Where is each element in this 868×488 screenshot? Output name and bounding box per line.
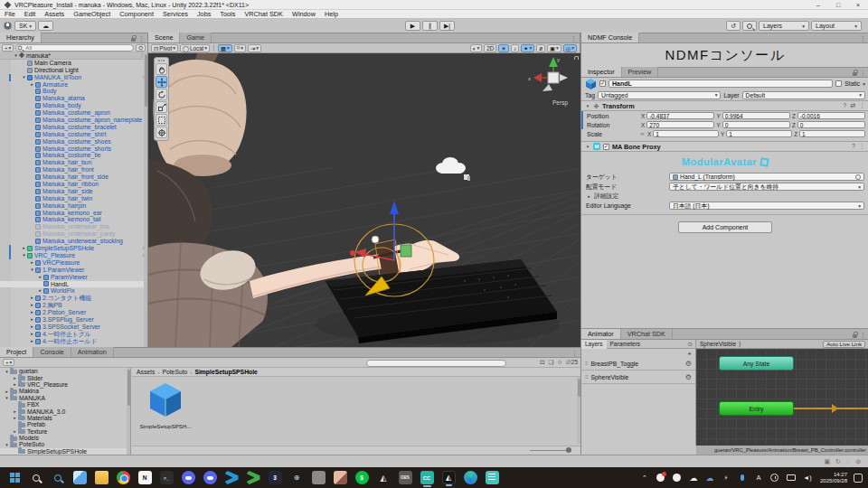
tag-dropdown[interactable]: Untagged▾ [598,91,722,99]
foldout-icon[interactable]: ▸ [21,245,27,252]
active-checkbox[interactable]: ✓ [599,80,606,87]
snap-increment-dropdown[interactable]: ⌗▾ [234,44,246,52]
gameobject-name-input[interactable] [609,80,833,88]
audio-toggle[interactable]: ♪ [511,44,519,52]
tab-ndmf-console[interactable]: NDMF Console [581,33,639,42]
rotation-z-input[interactable] [797,121,865,128]
hierarchy-row[interactable]: ▾1.ParamViewer [0,267,147,274]
monitor-tray[interactable] [785,472,797,483]
hierarchy-row[interactable]: ▸2.Piston_Server [0,309,147,316]
hierarchy-row[interactable]: Manuka_underwear_bra [0,223,147,230]
animator-parameters-tab[interactable]: Parameters [607,340,645,349]
account-avatar-icon[interactable] [4,22,12,30]
discord-tray[interactable] [671,472,683,483]
project-folder-row[interactable]: Models [0,435,130,441]
project-folder-row[interactable]: SimpleSetupSPSHole [0,448,130,455]
hierarchy-row[interactable]: Directional Light [0,67,147,74]
activity-icon[interactable]: ⊘ [855,458,861,465]
project-folder-row[interactable]: ▸Makina [0,388,130,394]
tab-vrchat-sdk[interactable]: VRChat SDK [621,329,673,339]
volume-tray[interactable]: ◄) [801,472,813,483]
tray-expand-chevron[interactable]: ⌃ [638,472,650,483]
discord-tray-badged[interactable] [655,472,666,483]
rotation-y-input[interactable] [722,121,790,128]
hierarchy-row[interactable]: Manuka_underwear_panty [0,230,147,238]
clock-app-tray[interactable] [769,472,780,483]
project-folder-row[interactable]: ▸VRC_Pleasure [0,381,130,388]
notes-app[interactable] [486,471,499,484]
drag-handle-icon[interactable]: ≡ [585,361,589,366]
hierarchy-row[interactable]: Manuka_costume_shoes [0,138,147,145]
menu-component[interactable]: Component [115,10,158,19]
asset-grid[interactable]: SimpleSetupSPSH... [132,377,580,446]
foldout-icon[interactable]: ▸ [12,375,18,380]
entry-node[interactable]: Entry [719,401,794,416]
game-controller-app[interactable]: ⊕ [290,471,304,484]
hierarchy-row[interactable]: ▾VRC_Pleasure› [0,252,147,259]
foldout-icon[interactable]: ▸ [29,331,35,338]
tab-animator[interactable]: Animator [581,329,621,339]
microphone-tray[interactable] [736,472,748,483]
foldout-icon[interactable]: ▾ [585,103,590,108]
auto-live-link-button[interactable]: Auto Live Link [823,341,865,348]
local-global-dropdown[interactable]: ◯Local▾ [180,44,210,52]
foldout-icon[interactable]: ▸ [29,309,35,316]
hierarchy-row[interactable]: ▸VRCPleasure [0,259,147,267]
hierarchy-row[interactable]: ▸WorldFix [0,287,147,295]
hierarchy-row[interactable]: ▾manuka*⋮ [0,52,147,60]
foldout-icon[interactable]: ▸ [12,381,18,387]
create-add-button[interactable]: +▾ [2,44,14,52]
hierarchy-row[interactable]: ▾MANUKA_lilToon› [0,74,147,81]
drag-handle-icon[interactable]: ≡ [585,374,589,380]
menu-jobs[interactable]: Jobs [193,10,215,19]
menu-vrchat-sdk[interactable]: VRChat SDK [240,10,288,19]
hierarchy-row[interactable]: ▸4.一時停止トグル [0,331,147,338]
project-search-input[interactable] [366,360,506,367]
panel-menu-icon[interactable]: ⋮ [138,35,145,42]
hierarchy-row[interactable]: Main Camera [0,60,147,67]
ma-bone-proxy-header[interactable]: ▾ M ✓ MA Bone Proxy ?⋮ [581,141,868,152]
hierarchy-row[interactable]: Manuka_costume_shorts [0,145,147,153]
refresh-icon[interactable]: ↻ [835,458,841,465]
hierarchy-row[interactable]: Manuka_costume_apron_nameplate [0,117,147,124]
hierarchy-row[interactable]: Manuka_hair_bun [0,159,147,166]
unity-hub-app[interactable]: ◭ [442,471,456,484]
app-3[interactable]: 3 [269,471,282,484]
project-folder-row[interactable]: ▸Texture [0,428,130,435]
widget-app[interactable] [312,471,326,484]
foldout-icon[interactable]: ▸ [29,302,35,309]
add-layer-button[interactable]: + [687,350,692,356]
pause-button[interactable]: ∥ [422,21,438,31]
breadcrumb-segment[interactable]: Assets [137,369,155,375]
breadcrumb-segment[interactable]: SimpleSetupSPSHole [194,369,258,375]
rect-tool-button[interactable] [156,114,167,126]
edge-browser[interactable] [464,471,477,484]
undo-history-button[interactable]: ↺ [726,21,741,31]
favorites-star-icon[interactable]: ☆ [557,359,562,366]
2d-toggle[interactable]: 2D [484,44,496,52]
hierarchy-search-input[interactable] [15,44,134,52]
static-checkbox[interactable] [835,80,842,87]
create-asset-button[interactable]: +▾ [3,359,14,366]
cloud-sync-tray[interactable]: ☁ [687,472,699,483]
static-dropdown-icon[interactable]: ▾ [863,81,865,87]
foldout-icon[interactable]: ▸ [12,428,18,434]
add-component-button[interactable]: Add Component [678,221,772,233]
move-tool-button[interactable] [156,76,167,88]
search-by-type-icon[interactable]: ⊡ [540,359,544,366]
animator-layers-tab[interactable]: Layers [581,340,607,349]
grid-visibility-dropdown[interactable]: ▦▾ [218,44,232,52]
tab-console[interactable]: Console [33,347,71,357]
layer-dropdown[interactable]: Default▾ [742,91,866,99]
placement-mode-dropdown[interactable]: 子として・ワールド位置と向きを維持▾ [669,183,864,191]
scale-z-input[interactable] [799,130,865,137]
hierarchy-row[interactable]: ▸ParamViewer [0,274,147,281]
hierarchy-row[interactable]: Manuka_atama [0,95,147,102]
menu-help[interactable]: Help [320,10,343,19]
tab-animation[interactable]: Animation [71,347,114,357]
animator-layer-row[interactable]: ≡SphereVisible⚙ [581,371,695,384]
transform-tool-button[interactable] [156,127,167,138]
animator-graph[interactable]: Any State Entry [696,349,868,446]
any-state-node[interactable]: Any State [719,356,794,371]
foldout-icon[interactable]: ▸ [12,415,18,420]
